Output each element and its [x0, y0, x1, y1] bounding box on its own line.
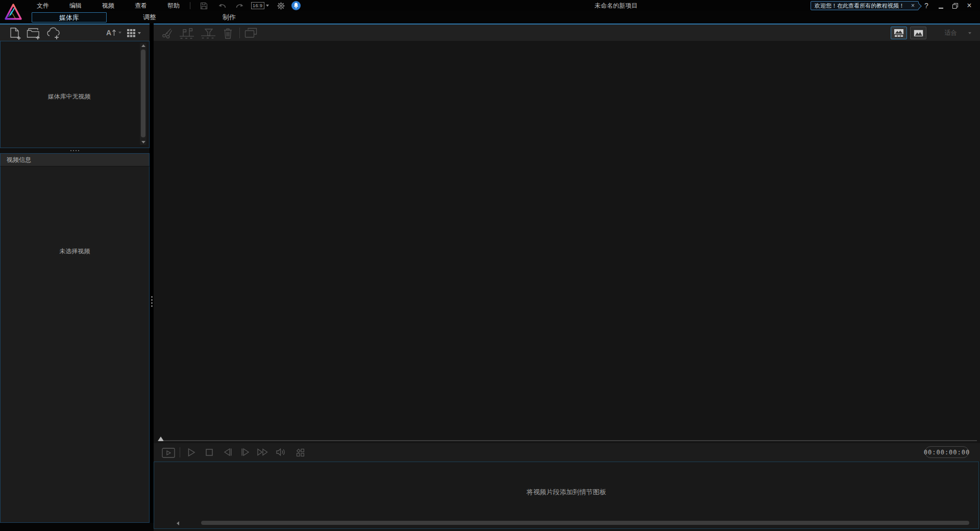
colordirector-window: 文件 编辑 视频 查看 帮助 16:9 — [0, 0, 980, 531]
toolbar-separator — [239, 28, 240, 38]
aspect-ratio-value: 16:9 — [251, 2, 264, 9]
horizontal-splitter[interactable] — [0, 148, 150, 153]
welcome-tooltip: 欢迎您！在此查看所有的教程视频！ × — [811, 1, 919, 10]
redo-icon[interactable] — [234, 2, 246, 10]
menu-file[interactable]: 文件 — [27, 0, 59, 11]
volume-speaker-icon — [276, 448, 286, 458]
scrollbar-thumb[interactable] — [201, 521, 969, 525]
cloud-download-icon[interactable] — [46, 27, 61, 40]
zoom-select-icon — [296, 448, 305, 459]
seek-bar[interactable] — [154, 437, 980, 443]
storyboard-empty-text: 将视频片段添加到情节图板 — [154, 488, 978, 497]
window-help-button[interactable]: ? — [921, 0, 932, 11]
tab-media-library[interactable]: 媒体库 — [32, 12, 107, 22]
delete-trash-icon — [223, 28, 233, 41]
import-media-folder-icon[interactable] — [27, 27, 41, 40]
view-mode-grid-dropdown[interactable] — [127, 29, 141, 38]
chevron-down-icon — [266, 5, 269, 7]
splitter-grip-icon — [70, 150, 79, 151]
sort-letter-icon: A — [106, 28, 111, 37]
menubar: 文件 编辑 视频 查看 帮助 — [27, 0, 190, 11]
scroll-left-icon[interactable] — [177, 521, 179, 525]
seek-track[interactable] — [158, 440, 977, 441]
single-view-button[interactable] — [910, 27, 926, 39]
preview-window-play-icon — [162, 448, 175, 460]
storyboard-panel[interactable]: 将视频片段添加到情节图板 — [154, 462, 979, 529]
scroll-down-icon[interactable] — [141, 141, 145, 143]
chevron-down-icon — [968, 32, 971, 34]
video-info-panel: 未选择视频 — [0, 166, 150, 523]
chevron-down-icon — [138, 32, 141, 34]
stop-icon — [206, 449, 213, 458]
timecode-display: 00:00:00:00 — [925, 446, 969, 458]
undock-window-icon — [244, 28, 257, 40]
chevron-down-icon — [118, 32, 121, 34]
fast-forward-icon — [257, 448, 268, 458]
toolbar-separator — [190, 2, 190, 9]
welcome-tooltip-text: 欢迎您！在此查看所有的教程视频！ — [815, 2, 909, 10]
aspect-ratio-dropdown[interactable]: 16:9 — [251, 2, 269, 9]
window-restore-button[interactable] — [949, 0, 961, 11]
menu-edit[interactable]: 编辑 — [59, 0, 92, 11]
welcome-tooltip-close-icon[interactable]: × — [911, 2, 915, 9]
project-title: 未命名的新项目 — [595, 0, 638, 11]
library-scrollbar[interactable] — [140, 43, 146, 145]
menu-video[interactable]: 视频 — [92, 0, 125, 11]
storyboard-scrollbar[interactable] — [157, 521, 975, 526]
split-clip-icon — [162, 28, 173, 41]
main-area: 适合 — [154, 23, 980, 531]
library-empty-text: 媒体库中无视频 — [1, 92, 138, 101]
scroll-up-icon[interactable] — [141, 44, 145, 47]
save-icon[interactable] — [198, 2, 209, 10]
scrollbar-thumb[interactable] — [141, 50, 145, 137]
mark-clips-icon — [179, 28, 194, 41]
zoom-fit-dropdown: 适合 — [935, 28, 971, 38]
left-panel: A 媒体库中无视频 视频信息 — [0, 23, 150, 523]
module-tabbar: 媒体库 调整 制作 ColorDirector — [0, 11, 980, 23]
notification-bell-icon[interactable] — [291, 1, 301, 10]
filter-clips-icon — [201, 28, 216, 41]
undo-icon[interactable] — [216, 2, 228, 10]
transport-separator — [180, 447, 180, 457]
menu-help[interactable]: 帮助 — [157, 0, 190, 11]
tab-adjustment[interactable]: 调整 — [110, 12, 189, 22]
sort-dropdown[interactable]: A — [106, 28, 121, 37]
previous-frame-icon — [223, 448, 232, 458]
video-info-header: 视频信息 — [0, 153, 150, 166]
tab-produce[interactable]: 制作 — [190, 12, 268, 22]
storyboard-view-button[interactable] — [891, 27, 907, 39]
import-media-file-icon[interactable] — [9, 27, 21, 40]
play-icon — [187, 448, 195, 459]
player-toolbar: 适合 — [154, 23, 980, 41]
playhead-thumb-icon[interactable] — [158, 437, 164, 441]
next-frame-icon — [241, 448, 250, 458]
video-info-empty-text: 未选择视频 — [1, 247, 149, 256]
transport-controls: 00:00:00:00 — [154, 443, 980, 462]
settings-gear-icon[interactable] — [275, 2, 286, 10]
menu-view[interactable]: 查看 — [125, 0, 157, 11]
zoom-fit-value: 适合 — [935, 29, 967, 37]
window-minimize-button[interactable] — [935, 0, 946, 11]
minimize-icon — [939, 8, 943, 9]
vertical-splitter[interactable] — [150, 23, 154, 523]
titlebar: 文件 编辑 视频 查看 帮助 16:9 — [0, 0, 980, 11]
video-preview-area — [154, 41, 980, 437]
window-close-button[interactable]: × — [964, 0, 975, 11]
app-logo-icon — [4, 2, 22, 22]
media-library-list[interactable]: 媒体库中无视频 — [0, 41, 150, 148]
library-toolbar: A — [0, 23, 150, 41]
splitter-grip-icon — [151, 296, 153, 307]
